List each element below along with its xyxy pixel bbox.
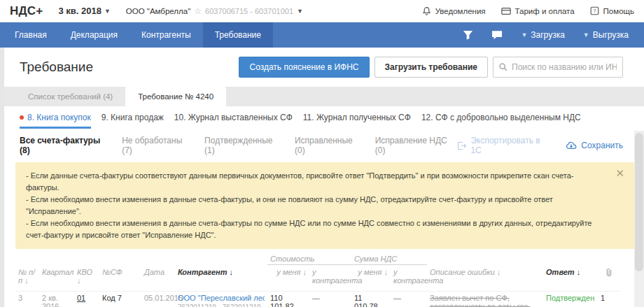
cell-vat-theirs: —: [391, 292, 427, 307]
save-label: Сохранить: [581, 141, 623, 150]
filter-unprocessed[interactable]: Не обработаны (7): [122, 136, 192, 155]
col-num[interactable]: № п/п ↓: [15, 265, 39, 292]
section-tab-label: 8. Книга покупок: [27, 113, 91, 122]
topbar-actions: Уведомления Тариф и оплата ? Помощь: [422, 6, 634, 15]
cell-error: Заявлен вычет по СФ, составленному до да…: [427, 292, 543, 307]
nav-right-actions: ▼ Загрузка ▼ Выгрузка: [457, 22, 644, 48]
contractor-link[interactable]: ООО "Переславский лесокомбинат...: [178, 294, 265, 302]
section-tab-sales-book[interactable]: 9. Книга продаж: [102, 113, 164, 127]
filter-button[interactable]: [457, 30, 479, 40]
table-scrollbar[interactable]: [634, 131, 644, 307]
table-row[interactable]: 3 2 кв. 2016 01 Код 7 05.01.2015 ООО "Пе…: [15, 292, 620, 307]
search-input[interactable]: [493, 57, 623, 78]
nav-item-declaration[interactable]: Декларация: [59, 22, 130, 48]
star-icon[interactable]: ☆: [194, 6, 202, 16]
section-tab-issued-journal[interactable]: 10. Журнал выставленных СФ: [174, 113, 293, 127]
close-icon[interactable]: ✕: [615, 168, 624, 178]
chevron-down-icon: ▼: [521, 31, 527, 38]
help-label: Помощь: [603, 7, 634, 15]
chevron-down-icon: ▼: [297, 8, 303, 15]
upload-label: Загрузка: [531, 30, 565, 40]
cell-attachments[interactable]: 1: [598, 292, 620, 307]
comments-button[interactable]: [486, 30, 508, 40]
notifications-button[interactable]: Уведомления: [422, 6, 486, 15]
search-icon: [498, 62, 507, 71]
svg-text:?: ?: [593, 8, 596, 14]
col-contractor[interactable]: Контрагент ↓: [175, 265, 267, 292]
section-tab-purchase-book[interactable]: 8. Книга покупок: [20, 113, 91, 129]
main-nav: Главная Декларация Контрагенты Требовани…: [0, 22, 644, 48]
vat-group-header: Сумма НДС: [351, 255, 427, 265]
cell-cost-theirs: —: [309, 292, 351, 307]
search-box: [493, 57, 623, 78]
page-title: Требование: [20, 59, 93, 75]
kvo-link[interactable]: 01: [77, 294, 85, 302]
nav-item-contractors[interactable]: Контрагенты: [130, 22, 203, 48]
credit-card-icon: [501, 7, 511, 15]
invoice-filters: Все счета-фактуры (8) Не обработаны (7) …: [20, 136, 457, 155]
col-error[interactable]: Описание ошибки ↓: [427, 265, 543, 292]
comment-icon: [491, 30, 503, 40]
col-attachments: [598, 265, 620, 292]
title-row: Требование Создать пояснение в ИФНС Загр…: [0, 48, 644, 78]
filter-all-invoices[interactable]: Все счета-фактуры (8): [20, 136, 110, 155]
cell-num: 3: [15, 292, 39, 307]
export-icon: [457, 141, 466, 150]
company-name: ООО "Амбрелла": [126, 7, 190, 15]
cell-kvo: 01: [74, 292, 99, 307]
col-cost-mine[interactable]: у меня ↓: [267, 265, 309, 292]
col-quarter[interactable]: Квартал: [39, 265, 74, 292]
page-content: Требование Создать пояснение в ИФНС Загр…: [0, 48, 644, 307]
page-left-gutter: [0, 48, 4, 307]
export-1c-button[interactable]: Экспортировать в 1С: [457, 136, 549, 155]
company-selector[interactable]: ООО "Амбрелла" ☆ 6037006715 - 603701001 …: [126, 6, 303, 16]
cell-vat-mine: 11 010.78: [351, 292, 391, 307]
paperclip-icon: [605, 268, 613, 277]
invoice-filter-row: Все счета-фактуры (8) Не обработаны (7) …: [0, 129, 644, 155]
notice-line: - Если необходимо внести изменения в дан…: [26, 217, 603, 241]
nav-item-home[interactable]: Главная: [3, 22, 59, 48]
company-inn-kpp: 6037006715 - 603701001: [205, 7, 293, 15]
upload-menu[interactable]: ▼ Загрузка: [515, 30, 570, 40]
filter-confirmed[interactable]: Подтвержденные (1): [204, 136, 283, 155]
notifications-label: Уведомления: [435, 7, 486, 15]
notice-line: - Если данные счета-фактуры соответствую…: [26, 170, 603, 194]
cloud-save-icon: [566, 141, 577, 150]
funnel-icon: [463, 30, 473, 40]
tab-requirement-4240[interactable]: Требование № 4240: [125, 87, 226, 106]
scrollbar-thumb[interactable]: [635, 133, 643, 271]
load-requirement-button[interactable]: Загрузить требование: [374, 57, 488, 78]
tab-requirements-list[interactable]: Список требований (4): [15, 87, 125, 106]
help-button[interactable]: ? Помощь: [590, 6, 634, 15]
create-explanation-button[interactable]: Создать пояснение в ИФНС: [239, 57, 369, 78]
col-answer[interactable]: Ответ ↓: [543, 265, 598, 292]
cell-contractor: ООО "Переславский лесокомбинат... 762201…: [175, 292, 267, 307]
nav-item-requirement[interactable]: Требование: [203, 22, 273, 48]
col-vat-theirs[interactable]: у контрагента: [391, 265, 427, 292]
cell-answer[interactable]: Подтвержден: [543, 292, 598, 307]
instructions-notice: - Если данные счета-фактуры соответствую…: [15, 162, 634, 249]
table-actions: Экспортировать в 1С Сохранить: [457, 136, 623, 155]
col-cost-theirs[interactable]: у контрагента: [309, 265, 351, 292]
download-menu[interactable]: ▼ Выгрузка: [578, 30, 634, 40]
requirement-tabs: Список требований (4) Требование № 4240: [0, 87, 644, 106]
col-date[interactable]: Дата: [141, 265, 175, 292]
filter-vat-correction[interactable]: Исправление НДС (0): [375, 136, 457, 155]
tariff-label: Тариф и оплата: [515, 7, 575, 15]
table-group-header-row: Стоимость Сумма НДС: [15, 255, 620, 265]
col-kvo[interactable]: КВО ↓: [74, 265, 99, 292]
section-tab-received-journal[interactable]: 11. Журнал полученных СФ: [303, 113, 411, 127]
download-label: Выгрузка: [593, 30, 629, 40]
table-header-row: № п/п ↓ Квартал КВО ↓ №СФ Дата Контраген…: [15, 265, 620, 292]
tariff-button[interactable]: Тариф и оплата: [501, 7, 575, 15]
help-icon: ?: [590, 6, 599, 15]
filter-corrected[interactable]: Исправленные (0): [295, 136, 363, 155]
top-bar: НДС+ 3 кв. 2018 ▼ ООО "Амбрелла" ☆ 60370…: [0, 0, 644, 22]
chevron-down-icon: ▼: [583, 31, 589, 38]
title-actions: Создать пояснение в ИФНС Загрузить требо…: [239, 57, 623, 78]
section-tab-voluntary-vat[interactable]: 12. СФ с добровольно выделенным НДС: [421, 113, 581, 127]
contractor-inn: 7622011219 - 7622011219: [178, 304, 265, 307]
save-button[interactable]: Сохранить: [566, 141, 623, 150]
col-sf[interactable]: №СФ: [99, 265, 141, 292]
period-selector[interactable]: 3 кв. 2018 ▼: [58, 6, 110, 16]
